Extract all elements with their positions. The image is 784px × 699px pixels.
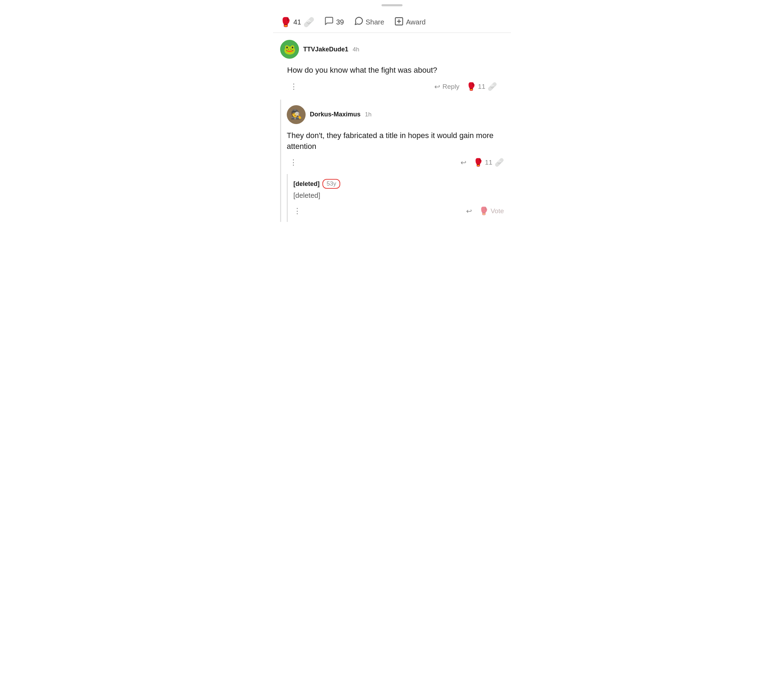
comment-2-vote-count: 11 <box>485 159 492 166</box>
comment-1-reply-button[interactable]: ↩ Reply <box>434 83 460 91</box>
upvote-count: 41 <box>293 18 301 26</box>
vote-award-icon: 🩹 <box>487 82 497 91</box>
comment-1: 🐸 TTVJakeDude1 4h How do you know what t… <box>273 33 511 98</box>
comment-1-footer: ⋮ ↩ Reply 🥊 11 🩹 <box>280 76 504 98</box>
comment-2-reply-button[interactable]: ↩ <box>460 158 467 167</box>
deleted-timestamp: 53y <box>322 179 340 189</box>
share-icon <box>354 16 364 28</box>
comment-1-dots[interactable]: ⋮ <box>287 81 301 93</box>
deleted-vote-icon: 🥊 <box>479 207 488 215</box>
comment-1-body: How do you know what the fight was about… <box>280 62 504 76</box>
comment-icon <box>324 16 334 28</box>
comment-2-nested: 🕵️ Dorkus-Maximus 1h They don't, they fa… <box>280 99 511 222</box>
award-group[interactable]: Award <box>394 17 425 28</box>
comment-2-header-wrap: 🕵️ Dorkus-Maximus 1h <box>287 99 511 124</box>
comment-2-dots[interactable]: ⋮ <box>287 157 300 169</box>
deleted-vote[interactable]: 🥊 Vote <box>479 207 504 215</box>
deleted-header: [deleted] 53y <box>293 174 511 190</box>
deleted-footer: ⋮ ↩ 🥊 Vote <box>293 202 511 222</box>
timestamp-dorkus: 1h <box>365 111 372 118</box>
comment-group[interactable]: 39 <box>324 16 344 28</box>
comment-section: 🐸 TTVJakeDude1 4h How do you know what t… <box>273 33 511 222</box>
comment-1-header: 🐸 TTVJakeDude1 4h <box>280 40 504 59</box>
award-emoji-icon: 🩹 <box>303 17 314 28</box>
deleted-body: [deleted] <box>293 190 511 202</box>
reply-label: Reply <box>442 83 460 91</box>
avatar-dorkus: 🕵️ <box>287 105 306 124</box>
comment-2-footer: ⋮ ↩ 🥊 11 🩹 <box>287 152 511 174</box>
comment-2-inner: 🕵️ Dorkus-Maximus 1h They don't, they fa… <box>281 99 511 222</box>
vote-2-upvote-icon: 🥊 <box>473 158 483 167</box>
deleted-reply-button[interactable]: ↩ <box>466 207 472 215</box>
upvote-group[interactable]: 🥊 41 🩹 <box>280 17 314 28</box>
comment-1-vote[interactable]: 🥊 11 🩹 <box>467 82 497 91</box>
avatar-ttvjakedude1: 🐸 <box>280 40 299 59</box>
award-label: Award <box>406 18 425 26</box>
post-actions-bar: 🥊 41 🩹 39 Share Award <box>273 12 511 33</box>
deleted-comment: [deleted] 53y [deleted] ⋮ ↩ 🥊 Vote <box>287 174 511 222</box>
award-icon <box>394 17 404 28</box>
deleted-vote-label: Vote <box>491 207 504 215</box>
reply-arrow-2-icon: ↩ <box>460 158 467 167</box>
upvote-icon: 🥊 <box>280 17 291 28</box>
vote-upvote-icon: 🥊 <box>467 82 476 91</box>
comment-1-vote-count: 11 <box>478 83 485 91</box>
share-group[interactable]: Share <box>354 16 384 28</box>
username-ttvjakedude1: TTVJakeDude1 <box>303 46 348 53</box>
deleted-username: [deleted] <box>293 181 320 188</box>
deleted-dots[interactable]: ⋮ <box>293 205 304 217</box>
comment-2-vote[interactable]: 🥊 11 🩹 <box>473 158 504 167</box>
comment-2-header: 🕵️ Dorkus-Maximus 1h <box>287 105 504 124</box>
comment-count: 39 <box>336 18 344 26</box>
username-dorkus: Dorkus-Maximus <box>310 111 360 118</box>
drag-handle <box>382 4 402 6</box>
reply-arrow-icon: ↩ <box>434 83 440 91</box>
share-label: Share <box>366 18 384 26</box>
deleted-inner: [deleted] 53y [deleted] ⋮ ↩ 🥊 Vote <box>288 174 511 222</box>
timestamp-ttvjakedude1: 4h <box>353 46 359 53</box>
vote-2-award-icon: 🩹 <box>495 158 504 167</box>
reply-arrow-deleted-icon: ↩ <box>466 207 472 215</box>
comment-2-body: They don't, they fabricated a title in h… <box>287 128 511 152</box>
